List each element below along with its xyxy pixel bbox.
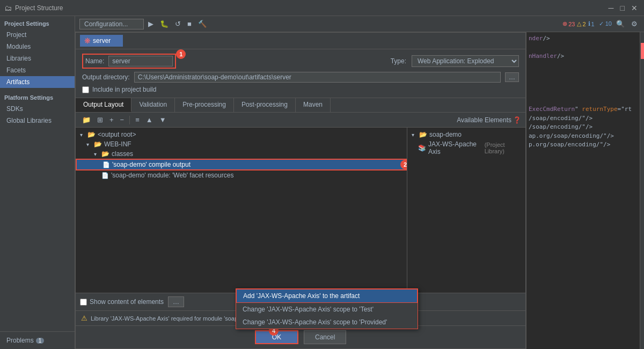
add-btn[interactable]: + — [107, 115, 116, 125]
grid-btn[interactable]: ⊞ — [95, 115, 105, 125]
avail-item-soap-demo[interactable]: ▾ 📂 soap-demo — [407, 130, 525, 139]
tree-panel: ▾ 📂 <output root> ▾ 📂 WEB-INF ▾ — [76, 128, 407, 293]
folder-create-btn[interactable]: 📁 — [80, 115, 93, 125]
remove-btn[interactable]: − — [118, 115, 127, 125]
search-btn[interactable]: 🔍 — [614, 19, 627, 29]
sidebar-item-libraries[interactable]: Libraries — [0, 53, 75, 64]
output-dir-row: Output directory: … — [82, 72, 519, 83]
minimize-btn[interactable]: ─ — [606, 4, 616, 12]
tab-postprocessing[interactable]: Post-processing — [234, 98, 296, 112]
label-2: 2 — [400, 160, 407, 169]
code-line — [529, 96, 642, 106]
error-icon: ⊗ — [562, 20, 567, 27]
show-content-row: Show content of elements — [80, 298, 164, 306]
tree-item-classes[interactable]: ▾ 📂 classes — [76, 149, 407, 159]
sidebar-item-facets[interactable]: Facets — [0, 64, 75, 76]
popup-menu: Add 'JAX-WS-Apache Axis' to the artifact… — [236, 288, 418, 329]
project-structure-dialog: ❋ server Name: 1 Type: Web Appli — [75, 32, 526, 349]
folder-icon: 📂 — [87, 131, 96, 138]
include-build-checkbox[interactable] — [82, 86, 89, 93]
list-btn[interactable]: ≡ — [133, 115, 142, 125]
code-line — [529, 61, 642, 70]
folder-icon: 📂 — [94, 140, 102, 148]
tree-item-output-root[interactable]: ▾ 📂 <output root> — [76, 130, 407, 139]
close-btn[interactable]: ✕ — [629, 4, 640, 12]
sidebar-item-modules[interactable]: Modules — [0, 41, 75, 53]
show-content-label: Show content of elements — [90, 298, 164, 306]
down-btn[interactable]: ▼ — [157, 115, 169, 125]
tab-validation[interactable]: Validation — [131, 98, 175, 112]
layout-body: ▾ 📂 <output root> ▾ 📂 WEB-INF ▾ — [76, 128, 525, 293]
file-icon: 📄 — [103, 161, 110, 168]
arrow-expand-icon: ▾ — [80, 132, 85, 138]
popup-item-add[interactable]: Add 'JAX-WS-Apache Axis' to the artifact — [236, 289, 418, 303]
up-btn[interactable]: ▲ — [144, 115, 155, 125]
platform-settings-section: Platform Settings — [0, 90, 75, 103]
show-content-checkbox[interactable] — [80, 299, 87, 306]
config-input[interactable] — [79, 19, 144, 29]
tab-maven[interactable]: Maven — [296, 98, 331, 112]
settings-btn[interactable]: ⚙ — [629, 19, 640, 29]
code-line: /soap/encoding/"/> — [529, 114, 642, 123]
sidebar-bottom: Problems 1 — [0, 331, 75, 349]
top-bar: 🗂 Project Structure ─ □ ✕ — [0, 0, 644, 16]
sidebar: Project Settings Project Modules Librari… — [0, 16, 75, 349]
output-dir-label: Output directory: — [82, 73, 130, 81]
output-dir-input[interactable] — [134, 72, 501, 83]
arrow-expand-icon: ▾ — [94, 151, 99, 157]
output-dir-browse-btn[interactable]: … — [505, 72, 519, 82]
tree-item-web-inf[interactable]: ▾ 📂 WEB-INF — [76, 139, 407, 149]
popup-item-test[interactable]: Change 'JAX-WS-Apache Axis' scope to 'Te… — [236, 303, 418, 316]
arrow-icon: ▾ — [412, 132, 417, 138]
available-label: Available Elements ❓ — [457, 116, 521, 124]
tab-output-layout[interactable]: Output Layout — [76, 98, 131, 112]
maximize-btn[interactable]: □ — [618, 4, 627, 12]
code-line: ap.org/soap/encoding/"/> — [529, 132, 642, 141]
help-icon[interactable]: ❓ — [513, 116, 521, 124]
file-icon: 📄 — [101, 172, 109, 179]
problems-item[interactable]: Problems 1 — [4, 335, 70, 346]
code-line: p.org/soap/encoding/"/> — [529, 140, 642, 150]
project-settings-section: Project Settings — [0, 16, 75, 29]
code-line — [529, 87, 642, 96]
type-label: Type: — [391, 57, 406, 65]
main-layout: Project Settings Project Modules Librari… — [0, 16, 644, 349]
build-btn[interactable]: 🔨 — [196, 19, 209, 29]
warning-icon: ⚠ — [81, 314, 87, 322]
cancel-button[interactable]: Cancel — [304, 330, 346, 344]
scrollbar-track — [640, 32, 644, 349]
code-line — [529, 70, 642, 79]
problems-label: Problems — [6, 337, 34, 344]
folder-icon: 📂 — [419, 131, 427, 138]
sidebar-item-project[interactable]: Project — [0, 29, 75, 41]
code-line: ExecCmdReturn" returnType="rt — [529, 105, 642, 114]
code-line: nHandler/> — [529, 52, 642, 61]
available-panel: ▾ 📂 soap-demo 📚 JAX-WS-Apache Axis (Proj… — [407, 128, 525, 293]
name-input[interactable] — [108, 56, 173, 66]
window-controls: ─ □ ✕ — [606, 4, 640, 12]
tree-item-compile-output[interactable]: 📄 'soap-demo' compile output 2 — [76, 159, 407, 170]
rerun-btn[interactable]: ↺ — [173, 19, 183, 29]
run-btn[interactable]: ▶ — [146, 19, 156, 29]
artifact-item[interactable]: ❋ server — [80, 35, 123, 47]
code-panel: nder/> nHandler/> ExecCmdReturn" returnT… — [526, 32, 644, 349]
debug-btn[interactable]: 🐛 — [158, 19, 171, 29]
name-type-row: Name: 1 Type: Web Application: Exploded — [82, 54, 519, 69]
type-select[interactable]: Web Application: Exploded — [412, 55, 519, 67]
popup-item-provided[interactable]: Change 'JAX-WS-Apache Axis' scope to 'Pr… — [236, 316, 418, 329]
tree-item-facet-resources[interactable]: 📄 'soap-demo' module: 'Web' facet resour… — [76, 170, 407, 180]
sidebar-item-artifacts[interactable]: Artifacts — [0, 76, 75, 88]
layout-toolbar: 📁 ⊞ + − ≡ ▲ ▼ Available Elements ❓ — [76, 113, 525, 128]
tab-preprocessing[interactable]: Pre-processing — [175, 98, 234, 112]
avail-item-jax-ws[interactable]: 📚 JAX-WS-Apache Axis (Project Library) — [407, 139, 525, 157]
include-build-label: Include in project build — [92, 86, 156, 93]
stop-btn[interactable]: ■ — [185, 19, 194, 29]
sidebar-item-global-libraries[interactable]: Global Libraries — [0, 115, 75, 127]
warn-icon: △ — [577, 20, 581, 27]
sidebar-item-sdks[interactable]: SDKs — [0, 103, 75, 115]
ok-count: ✓ 10 — [599, 20, 612, 27]
bottom-dots-btn[interactable]: … — [168, 296, 184, 307]
scrollbar-thumb[interactable] — [641, 43, 644, 59]
name-label: Name: — [85, 57, 104, 65]
artifact-icon: ❋ — [84, 36, 91, 45]
